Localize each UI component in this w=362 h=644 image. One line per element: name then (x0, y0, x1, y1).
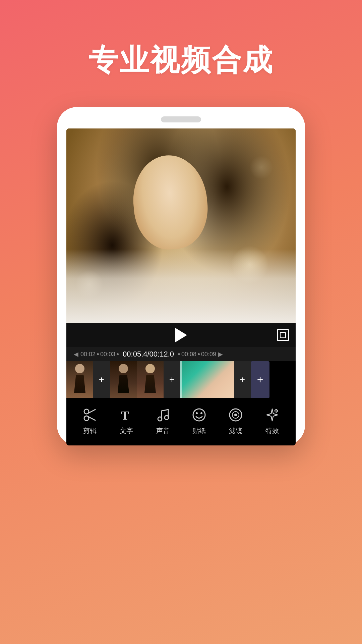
tool-text[interactable]: T 文字 (118, 406, 135, 435)
tool-text-label: 文字 (120, 426, 133, 435)
clip-add-1[interactable]: + (93, 361, 110, 398)
timeline-dot-1 (97, 353, 99, 355)
svg-point-9 (200, 412, 202, 414)
text-icon: T (118, 406, 135, 424)
bottom-toolbar: 剪辑 T 文字 声 (66, 398, 296, 445)
tool-effect[interactable]: 特效 (263, 406, 281, 435)
tool-filter-label: 滤镜 (229, 426, 242, 435)
add-icon-2[interactable]: + (169, 374, 175, 385)
tool-audio[interactable]: 声音 (154, 406, 172, 435)
scissors-icon (81, 406, 99, 424)
skip-forward-icon[interactable]: ▶ (216, 351, 225, 358)
fullscreen-button[interactable] (277, 329, 289, 341)
sparkle-icon (263, 406, 281, 424)
svg-point-12 (234, 414, 237, 416)
time-marker-1: 00:02 (80, 351, 96, 358)
clip-add-2[interactable]: + (164, 361, 180, 398)
tool-sticker[interactable]: 贴纸 (190, 406, 208, 435)
time-marker-2: 00:03 (100, 351, 115, 358)
tool-filter[interactable]: 滤镜 (227, 406, 244, 435)
video-controls (66, 323, 296, 347)
clip-add-3[interactable]: + (234, 361, 251, 398)
page-title: 专业视频合成 (88, 40, 274, 80)
time-marker-3: 00:08 (181, 351, 196, 358)
tool-sticker-label: 贴纸 (192, 426, 206, 435)
tool-cut-label: 剪辑 (83, 426, 97, 435)
timeline-bar: ◀ 00:02 00:03 00:05.4/00:12.0 00:08 00:0… (66, 347, 296, 361)
clip-strip: + + + (66, 361, 296, 398)
smiley-icon (190, 406, 208, 424)
svg-text:T: T (121, 409, 129, 422)
clip-add-new[interactable]: + (251, 361, 269, 398)
timeline-dot-4 (198, 353, 200, 355)
filter-icon (227, 406, 244, 424)
play-button[interactable] (175, 328, 187, 342)
phone-screen: ◀ 00:02 00:03 00:05.4/00:12.0 00:08 00:0… (66, 128, 296, 445)
svg-point-8 (196, 412, 198, 414)
add-new-icon: + (257, 374, 263, 385)
clip-3[interactable] (137, 361, 164, 398)
clip-1[interactable] (66, 361, 93, 398)
add-icon-1[interactable]: + (99, 374, 104, 385)
time-marker-4: 00:09 (201, 351, 216, 358)
skip-back-icon[interactable]: ◀ (72, 351, 80, 358)
phone-speaker (161, 116, 201, 122)
svg-point-7 (193, 409, 205, 421)
music-icon (154, 406, 172, 424)
playhead (181, 361, 182, 398)
tool-effect-label: 特效 (265, 426, 279, 435)
coat-overlay (66, 249, 296, 323)
tool-audio-label: 声音 (156, 426, 170, 435)
timeline-dot-3 (178, 353, 180, 355)
add-new-inner: + (257, 374, 263, 385)
add-icon-3[interactable]: + (240, 374, 245, 385)
play-pause-area[interactable] (85, 328, 277, 342)
timeline-dot-2 (117, 353, 119, 355)
clip-4[interactable] (180, 361, 234, 398)
time-display: 00:05.4/00:12.0 (123, 350, 174, 359)
clip-2[interactable] (110, 361, 137, 398)
video-preview (66, 128, 296, 323)
phone-mockup: ◀ 00:02 00:03 00:05.4/00:12.0 00:08 00:0… (57, 107, 305, 445)
tool-cut[interactable]: 剪辑 (81, 406, 99, 435)
timeline-track: ◀ 00:02 00:03 00:05.4/00:12.0 00:08 00:0… (72, 350, 290, 359)
